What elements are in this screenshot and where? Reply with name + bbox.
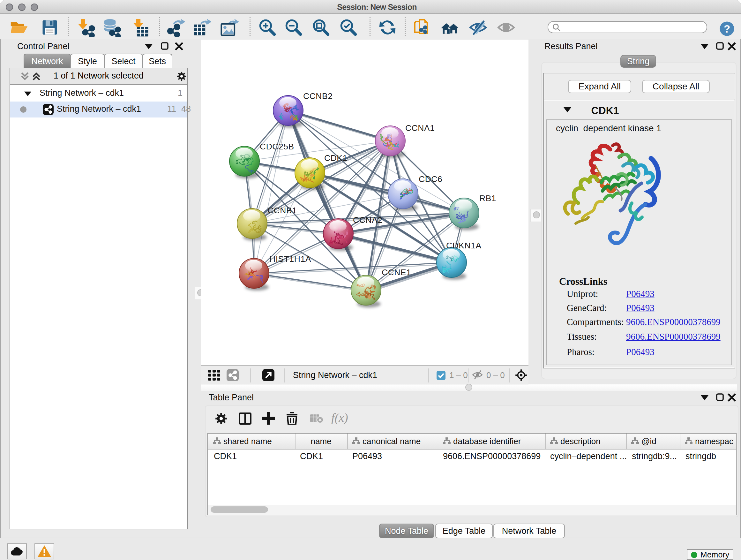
svg-text:CCNB1: CCNB1	[267, 206, 297, 215]
svg-text:CDC6: CDC6	[419, 174, 442, 184]
svg-text:CDKN1A: CDKN1A	[446, 241, 482, 250]
svg-text:RB1: RB1	[479, 193, 496, 203]
svg-text:CCNE1: CCNE1	[382, 267, 411, 277]
svg-text:CCNA1: CCNA1	[405, 123, 434, 133]
svg-text:CDC25B: CDC25B	[260, 142, 294, 151]
svg-text:CCNB2: CCNB2	[303, 91, 333, 101]
svg-text:HIST1H1A: HIST1H1A	[269, 254, 311, 264]
svg-text:?: ?	[724, 23, 730, 35]
svg-text:CCNA2: CCNA2	[353, 215, 382, 225]
svg-text:CDK1: CDK1	[324, 153, 347, 163]
